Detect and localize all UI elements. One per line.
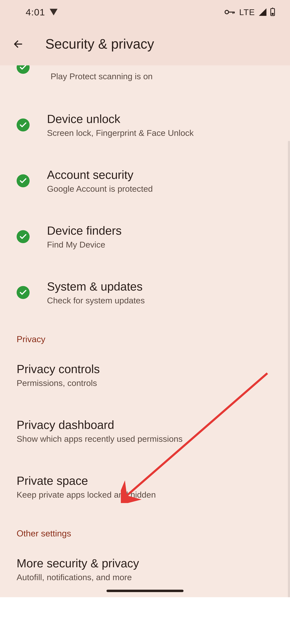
list-item-title: More security & privacy (17, 556, 273, 570)
battery-icon (270, 8, 275, 16)
back-button[interactable] (12, 38, 24, 50)
list-item-subtitle: Keep private apps locked and hidden (17, 490, 273, 500)
arrow-left-icon (13, 39, 24, 49)
list-item-title: Privacy dashboard (17, 418, 273, 432)
network-type-label: LTE (239, 7, 255, 17)
list-item-subtitle: Google Account is protected (47, 184, 153, 194)
list-item-title: Privacy controls (17, 362, 273, 376)
list-item-title: Device finders (47, 224, 122, 238)
scroll-indicator (288, 141, 290, 597)
check-ok-icon (17, 230, 30, 243)
svg-rect-3 (234, 12, 235, 14)
other-list: More security & privacy Autofill, notifi… (0, 541, 290, 587)
list-item-title: Device unlock (47, 112, 194, 126)
list-item-subtitle: Permissions, controls (17, 378, 273, 388)
section-header-privacy: Privacy (0, 320, 290, 347)
svg-point-0 (225, 10, 228, 14)
list-item-subtitle: Show which apps recently used permission… (17, 434, 273, 444)
check-ok-icon (17, 118, 30, 132)
security-item-account-security[interactable]: Account security Google Account is prote… (17, 153, 273, 209)
status-right-cluster: LTE (225, 7, 275, 17)
other-item-more-security[interactable]: More security & privacy Autofill, notifi… (17, 541, 273, 587)
list-item-title: System & updates (47, 280, 145, 294)
list-item-subtitle: Play Protect scanning is on (51, 72, 153, 81)
status-bar: 4:01 LTE (0, 0, 290, 24)
list-item-title (51, 65, 54, 72)
list-item-subtitle: Find My Device (47, 240, 122, 250)
status-time: 4:01 (26, 7, 45, 18)
status-clock: 4:01 (26, 7, 58, 18)
nav-handle[interactable] (107, 590, 183, 592)
security-item-device-unlock[interactable]: Device unlock Screen lock, Fingerprint &… (17, 97, 273, 153)
list-item-title: Private space (17, 474, 273, 488)
check-ok-icon (17, 286, 30, 299)
list-item-subtitle: Screen lock, Fingerprint & Face Unlock (47, 128, 194, 138)
privacy-item-private-space[interactable]: Private space Keep private apps locked a… (17, 459, 273, 515)
privacy-list: Privacy controls Permissions, controls P… (0, 347, 290, 515)
section-header-other: Other settings (0, 515, 290, 541)
svg-rect-1 (229, 12, 234, 12)
list-item-title: Account security (47, 168, 153, 182)
list-item-subtitle: Check for system updates (47, 296, 145, 305)
app-bar: Security & privacy (0, 24, 290, 65)
check-ok-icon (17, 65, 30, 74)
privacy-item-controls[interactable]: Privacy controls Permissions, controls (17, 347, 273, 403)
svg-rect-2 (233, 12, 233, 14)
security-item-system-updates[interactable]: System & updates Check for system update… (17, 264, 273, 320)
vpn-key-icon (225, 9, 235, 15)
security-item-app-security[interactable]: Play Protect scanning is on (0, 65, 290, 97)
triangle-down-icon (50, 9, 58, 16)
check-ok-icon (17, 174, 30, 187)
page-title: Security & privacy (45, 36, 154, 52)
list-item-subtitle: Autofill, notifications, and more (17, 572, 273, 582)
security-item-device-finders[interactable]: Device finders Find My Device (17, 209, 273, 264)
signal-icon (259, 8, 266, 16)
security-status-list: Device unlock Screen lock, Fingerprint &… (0, 97, 290, 320)
nav-bar (0, 587, 290, 597)
privacy-item-dashboard[interactable]: Privacy dashboard Show which apps recent… (17, 403, 273, 459)
